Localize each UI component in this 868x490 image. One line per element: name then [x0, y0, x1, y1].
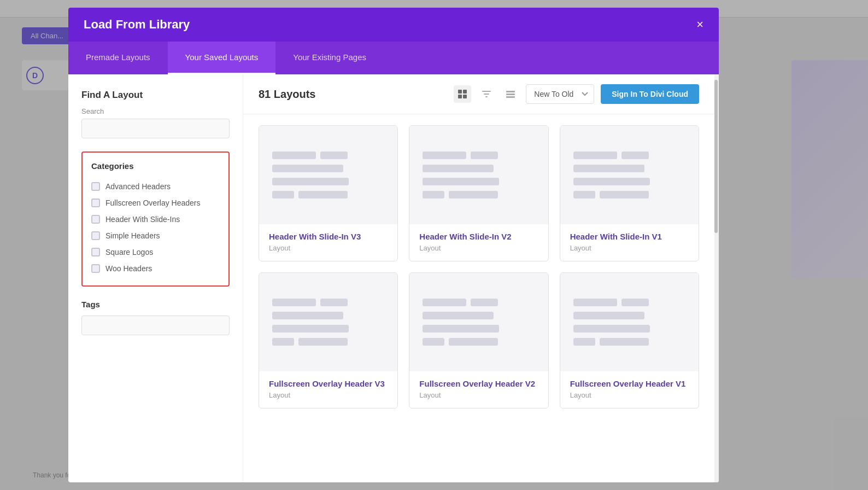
card-preview: [259, 273, 397, 371]
modal-header: Load From Library ×: [68, 8, 719, 42]
preview-row-4: [423, 191, 535, 199]
preview-row-3: [272, 178, 384, 185]
sign-in-divi-cloud-button[interactable]: Sign In To Divi Cloud: [601, 84, 699, 104]
preview-row-4: [573, 191, 685, 199]
card-info: Header With Slide-In V1 Layout: [560, 224, 699, 261]
card-type: Layout: [570, 391, 689, 399]
card-title: Fullscreen Overlay Header V3: [269, 379, 388, 388]
skeleton-block: [573, 191, 595, 199]
preview-row-2: [272, 165, 384, 172]
svg-rect-5: [506, 94, 515, 95]
preview-row-4: [423, 338, 535, 346]
skeleton-block: [573, 299, 617, 306]
skeleton-block: [600, 338, 649, 346]
category-label-header-slide-ins: Header With Slide-Ins: [105, 215, 180, 224]
category-checkbox-woo-headers[interactable]: [91, 264, 100, 273]
layouts-count: 81 Layouts: [259, 88, 315, 101]
preview-row-1: [573, 151, 685, 159]
layout-card-fullscreen-overlay-v3[interactable]: Fullscreen Overlay Header V3 Layout: [259, 272, 398, 409]
card-preview: [409, 273, 548, 371]
skeleton-block: [423, 191, 444, 199]
list-view-button[interactable]: [502, 85, 519, 103]
skeleton-block: [320, 151, 348, 159]
category-item-fullscreen-overlay[interactable]: Fullscreen Overlay Headers: [91, 195, 220, 211]
preview-row-1: [573, 299, 685, 306]
category-label-woo-headers: Woo Headers: [105, 264, 152, 273]
skeleton-block: [423, 165, 494, 172]
card-type: Layout: [570, 244, 689, 252]
search-input[interactable]: [81, 119, 230, 138]
card-preview: [259, 126, 397, 224]
layout-card-header-slide-in-v3[interactable]: Header With Slide-In V3 Layout: [259, 125, 398, 261]
preview-row-3: [272, 325, 384, 332]
main-content: 81 Layouts: [243, 74, 714, 482]
card-title: Header With Slide-In V3: [269, 232, 388, 241]
preview-row-3: [423, 325, 535, 332]
skeleton-block: [272, 299, 316, 306]
category-checkbox-fullscreen-overlay[interactable]: [91, 199, 100, 207]
layout-card-fullscreen-overlay-v2[interactable]: Fullscreen Overlay Header V2 Layout: [409, 272, 548, 409]
category-checkbox-square-logos[interactable]: [91, 248, 100, 256]
card-type: Layout: [269, 244, 388, 252]
categories-title: Categories: [91, 161, 220, 171]
category-checkbox-header-slide-ins[interactable]: [91, 215, 100, 224]
tab-premade-layouts[interactable]: Premade Layouts: [68, 42, 168, 74]
close-button[interactable]: ×: [696, 19, 703, 31]
category-item-header-slide-ins[interactable]: Header With Slide-Ins: [91, 211, 220, 228]
skeleton-block: [621, 151, 649, 159]
category-checkbox-simple-headers[interactable]: [91, 231, 100, 240]
scrollbar-thumb[interactable]: [714, 80, 718, 233]
skeleton-block: [272, 165, 343, 172]
layout-card-fullscreen-overlay-v1[interactable]: Fullscreen Overlay Header V1 Layout: [560, 272, 699, 409]
skeleton-block: [573, 178, 650, 185]
skeleton-block: [600, 191, 649, 199]
modal-body: Find A Layout Search Categories Advanced…: [68, 74, 719, 482]
skeleton-block: [573, 338, 595, 346]
skeleton-block: [423, 338, 444, 346]
category-checkbox-advanced-headers[interactable]: [91, 182, 100, 191]
sidebar: Find A Layout Search Categories Advanced…: [68, 74, 243, 482]
filter-button[interactable]: [478, 85, 495, 103]
skeleton-block: [449, 191, 498, 199]
svg-rect-4: [506, 91, 515, 92]
preview-row-2: [573, 312, 685, 319]
preview-row-3: [573, 178, 685, 185]
category-item-woo-headers[interactable]: Woo Headers: [91, 260, 220, 277]
category-item-advanced-headers[interactable]: Advanced Headers: [91, 178, 220, 195]
card-info: Fullscreen Overlay Header V3 Layout: [259, 371, 397, 408]
tab-saved-layouts[interactable]: Your Saved Layouts: [168, 42, 276, 74]
skeleton-block: [272, 191, 294, 199]
preview-row-1: [272, 299, 384, 306]
sort-select[interactable]: New To Old Old To New A to Z Z to A: [526, 84, 594, 104]
tags-input[interactable]: [81, 316, 230, 335]
svg-rect-1: [463, 90, 467, 94]
tab-existing-pages[interactable]: Your Existing Pages: [275, 42, 384, 74]
skeleton-block: [272, 178, 349, 185]
modal-tabs: Premade Layouts Your Saved Layouts Your …: [68, 42, 719, 74]
filter-icon: [482, 89, 491, 99]
card-info: Fullscreen Overlay Header V1 Layout: [560, 371, 699, 408]
skeleton-block: [471, 299, 498, 306]
category-label-advanced-headers: Advanced Headers: [105, 182, 171, 191]
skeleton-block: [573, 165, 644, 172]
skeleton-block: [272, 312, 343, 319]
grid-view-button[interactable]: [454, 85, 471, 103]
preview-row-3: [423, 178, 535, 185]
layout-card-header-slide-in-v1[interactable]: Header With Slide-In V1 Layout: [560, 125, 699, 261]
layout-card-header-slide-in-v2[interactable]: Header With Slide-In V2 Layout: [409, 125, 548, 261]
svg-rect-0: [458, 90, 462, 94]
content-toolbar: 81 Layouts: [243, 74, 714, 114]
tags-title: Tags: [81, 300, 230, 309]
card-title: Fullscreen Overlay Header V1: [570, 379, 689, 388]
category-item-square-logos[interactable]: Square Logos: [91, 244, 220, 260]
category-item-simple-headers[interactable]: Simple Headers: [91, 228, 220, 244]
scrollbar-area: [714, 74, 719, 482]
card-preview: [560, 273, 699, 371]
load-from-library-modal: Load From Library × Premade Layouts Your…: [68, 8, 719, 482]
preview-row-3: [573, 325, 685, 332]
skeleton-block: [423, 178, 499, 185]
preview-row-2: [423, 312, 535, 319]
preview-row-4: [272, 191, 384, 199]
card-info: Header With Slide-In V3 Layout: [259, 224, 397, 261]
skeleton-block: [449, 338, 498, 346]
